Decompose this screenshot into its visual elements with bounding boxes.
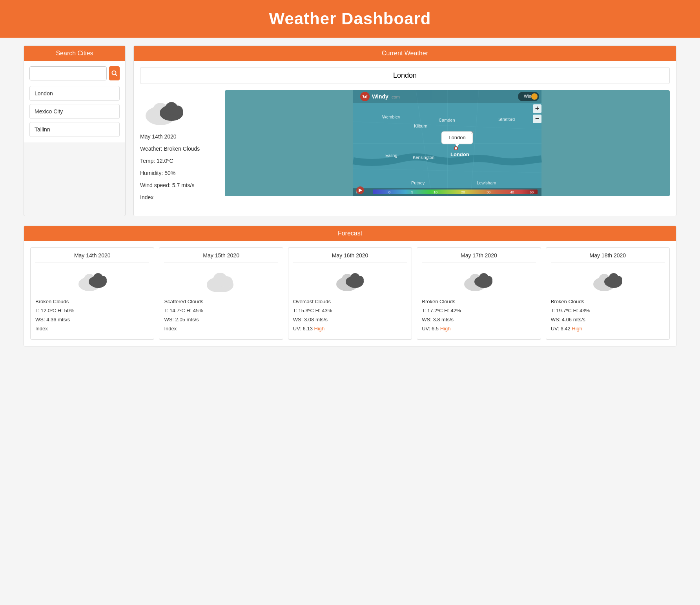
svg-text:London: London <box>448 135 465 140</box>
forecast-icon-4 <box>551 267 665 292</box>
forecast-date-1: May 15th 2020 <box>164 252 278 263</box>
forecast-info-1: Scattered Clouds T: 14.7ºC H: 45% WS: 2.… <box>164 299 278 332</box>
forecast-ws-2: WS: 3.08 mts/s <box>293 317 407 323</box>
broken-clouds-icon-4 <box>590 267 625 292</box>
forecast-info-4: Broken Clouds T: 19.7ºC H: 43% WS: 4.06 … <box>551 299 665 332</box>
city-item-london[interactable]: London <box>29 86 120 101</box>
svg-text:40: 40 <box>510 190 514 194</box>
forecast-info-3: Broken Clouds T: 17.2ºC H: 42% WS: 3.8 m… <box>422 299 536 332</box>
svg-text:60: 60 <box>530 190 534 194</box>
current-weather-panel: Current Weather London <box>133 46 676 216</box>
forecast-icon-0 <box>35 267 149 292</box>
forecast-card-2: May 16th 2020 Overcast Clouds T: 15.3ºC <box>288 247 412 340</box>
city-title: London <box>140 67 670 84</box>
broken-clouds-icon-3 <box>461 267 496 292</box>
forecast-icon-2 <box>293 267 407 292</box>
broken-clouds-icon-0 <box>75 267 110 292</box>
svg-point-72 <box>356 276 364 284</box>
svg-point-79 <box>485 276 492 284</box>
svg-text:×: × <box>471 129 474 135</box>
current-weather-header: Current Weather <box>134 46 676 61</box>
search-input[interactable] <box>29 66 107 80</box>
forecast-condition-3: Broken Clouds <box>422 299 536 304</box>
svg-text:+: + <box>535 104 540 112</box>
search-cities-panel: Search Cities London Mexico City Tallinn <box>24 46 126 216</box>
svg-text:5: 5 <box>411 190 413 194</box>
forecast-condition-1: Scattered Clouds <box>164 299 278 304</box>
forecast-condition-4: Broken Clouds <box>551 299 665 304</box>
svg-point-42 <box>455 147 457 149</box>
svg-text:Kensington: Kensington <box>413 155 434 160</box>
forecast-th-2: T: 15.3ºC H: 43% <box>293 308 407 313</box>
svg-text:10: 10 <box>434 190 438 194</box>
svg-text:Putney: Putney <box>411 180 425 185</box>
forecast-uv-1: Index <box>164 326 278 332</box>
page-header: Weather Dashboard <box>0 0 700 38</box>
forecast-header: Forecast <box>24 226 676 241</box>
forecast-section: Forecast May 14th 2020 <box>24 226 676 346</box>
svg-point-86 <box>614 276 622 284</box>
city-list: London Mexico City Tallinn <box>29 86 120 137</box>
forecast-ws-3: WS: 3.8 mts/s <box>422 317 536 323</box>
forecast-info-2: Overcast Clouds T: 15.3ºC H: 43% WS: 3.0… <box>293 299 407 332</box>
forecast-uv-3: UV: 6.5 High <box>422 326 536 332</box>
scattered-clouds-icon <box>204 267 239 292</box>
current-index: Index <box>140 193 219 202</box>
forecast-th-1: T: 14.7ºC H: 45% <box>164 308 278 313</box>
svg-text:Wembley: Wembley <box>382 115 400 119</box>
forecast-uv-2: UV: 6.13 High <box>293 326 407 332</box>
forecast-uv-label-4: High <box>572 326 582 332</box>
forecast-card-3: May 17th 2020 Broken Clouds T: 17.2ºC H: <box>417 247 541 340</box>
svg-point-23 <box>531 93 538 100</box>
map-svg: W Windy .com Wind + − <box>225 90 670 196</box>
weather-cloud-icon <box>140 94 219 127</box>
forecast-ws-1: WS: 2.05 mts/s <box>164 317 278 323</box>
forecast-grid: May 14th 2020 Broken Clouds T: 12.0ºC H: <box>24 241 676 346</box>
svg-text:Kilburn: Kilburn <box>414 124 427 128</box>
svg-text:0: 0 <box>388 190 390 194</box>
weather-map[interactable]: W Windy .com Wind + − <box>225 90 670 196</box>
forecast-th-0: T: 12.0ºC H: 50% <box>35 308 149 313</box>
forecast-date-4: May 18th 2020 <box>551 252 665 263</box>
page-title: Weather Dashboard <box>8 9 692 28</box>
forecast-icon-3 <box>422 267 536 292</box>
svg-text:.com: .com <box>390 95 400 99</box>
city-item-mexico-city[interactable]: Mexico City <box>29 104 120 119</box>
svg-text:Windy: Windy <box>372 93 388 100</box>
forecast-condition-0: Broken Clouds <box>35 299 149 304</box>
forecast-icon-1 <box>164 267 278 292</box>
forecast-info-0: Broken Clouds T: 12.0ºC H: 50% WS: 4.36 … <box>35 299 149 332</box>
svg-text:W: W <box>363 94 368 100</box>
forecast-uv-label-2: High <box>314 326 325 332</box>
forecast-th-4: T: 19.7ºC H: 43% <box>551 308 665 313</box>
svg-text:London: London <box>450 151 469 157</box>
svg-line-1 <box>115 75 117 76</box>
forecast-card-0: May 14th 2020 Broken Clouds T: 12.0ºC H: <box>30 247 154 340</box>
broken-clouds-icon-lg <box>140 94 187 126</box>
forecast-date-2: May 16th 2020 <box>293 252 407 263</box>
weather-detail-row: May 14th 2020 Weather: Broken Clouds Tem… <box>140 90 670 210</box>
overcast-clouds-icon <box>332 267 368 292</box>
forecast-condition-2: Overcast Clouds <box>293 299 407 304</box>
svg-point-8 <box>172 106 183 116</box>
svg-point-61 <box>99 276 107 284</box>
svg-text:Ealing: Ealing <box>385 153 397 158</box>
forecast-uv-0: Index <box>35 326 149 332</box>
current-date: May 14th 2020 <box>140 133 219 141</box>
city-item-tallinn[interactable]: Tallinn <box>29 122 120 137</box>
search-icon <box>111 70 118 77</box>
svg-text:Camden: Camden <box>439 118 455 122</box>
forecast-ws-4: WS: 4.06 mts/s <box>551 317 665 323</box>
search-panel-body: London Mexico City Tallinn <box>24 61 125 142</box>
svg-text:−: − <box>535 115 540 122</box>
search-button[interactable] <box>109 66 120 80</box>
forecast-card-1: May 15th 2020 Scattered Clouds T: 14.7ºC… <box>159 247 283 340</box>
search-row <box>29 66 120 80</box>
svg-text:30: 30 <box>487 190 490 194</box>
forecast-uv-4: UV: 6.42 High <box>551 326 665 332</box>
current-weather-body: London <box>134 61 676 216</box>
current-wind: Wind speed: 5.7 mts/s <box>140 181 219 190</box>
weather-info: May 14th 2020 Weather: Broken Clouds Tem… <box>140 90 219 210</box>
forecast-card-4: May 18th 2020 Broken Clouds T: 19.7ºC H: <box>546 247 670 340</box>
forecast-th-3: T: 17.2ºC H: 42% <box>422 308 536 313</box>
